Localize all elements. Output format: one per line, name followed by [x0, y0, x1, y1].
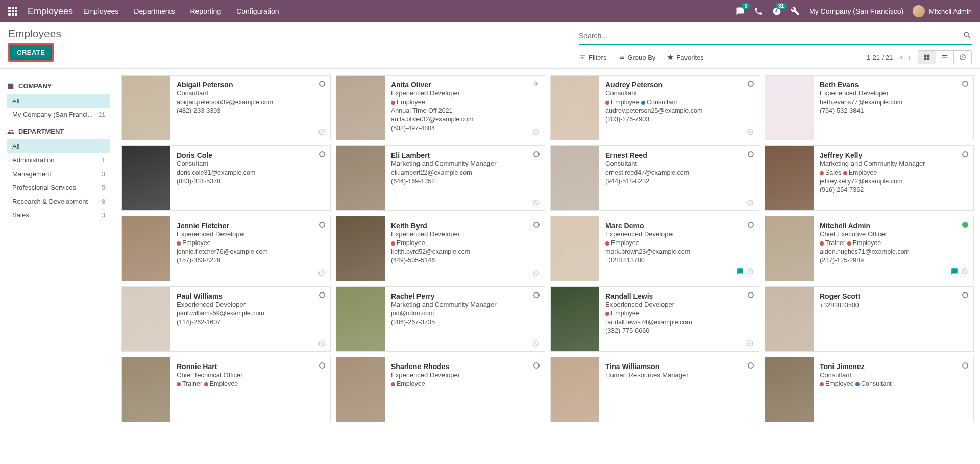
status-indicator-icon[interactable]: [748, 362, 754, 369]
employee-card[interactable]: Beth Evans Experienced Developer beth.ev…: [765, 75, 974, 140]
employee-card[interactable]: Doris Cole Consultant doris.cole31@examp…: [121, 145, 331, 211]
activity-clock-icon[interactable]: [318, 270, 325, 277]
employee-card[interactable]: Marc Demo Experienced Developer Employee…: [550, 216, 760, 281]
employee-email: audrey.peterson25@example.com: [605, 107, 753, 114]
employee-card[interactable]: Jennie Fletcher Experienced Developer Em…: [121, 216, 331, 281]
apps-menu-icon[interactable]: [8, 7, 17, 16]
sidebar-item-label: Research & Development: [12, 198, 88, 205]
status-indicator-icon[interactable]: [319, 222, 325, 228]
employee-card[interactable]: Abigail Peterson Consultant abigail.pete…: [121, 75, 331, 140]
phone-icon[interactable]: [754, 7, 763, 16]
sidebar-item-count: 1: [102, 157, 105, 164]
status-indicator-icon[interactable]: [319, 362, 325, 369]
employee-phone: (203)-276-7903: [605, 116, 753, 123]
activity-clock-icon[interactable]: [532, 270, 540, 277]
activity-clock-icon[interactable]: [318, 340, 325, 347]
employee-card[interactable]: Roger Scott +3282823500: [765, 286, 974, 352]
messages-icon[interactable]: 5: [736, 7, 745, 16]
employee-card[interactable]: Eli Lambert Marketing and Community Mana…: [336, 145, 545, 211]
status-indicator-icon[interactable]: [319, 81, 325, 87]
employee-card[interactable]: Mitchell Admin Chief Executive Officer T…: [765, 216, 974, 281]
search-input[interactable]: [579, 30, 963, 42]
employee-phone: (482)-233-3393: [177, 107, 324, 114]
nav-item-employees[interactable]: Employees: [83, 7, 118, 15]
status-indicator-icon[interactable]: [319, 292, 325, 298]
status-indicator-icon[interactable]: [748, 292, 754, 298]
message-icon[interactable]: [737, 268, 744, 277]
filters-button[interactable]: Filters: [579, 54, 606, 61]
employee-card[interactable]: Audrey Peterson Consultant Employee Cons…: [550, 75, 760, 140]
navbar-right: 5 31 My Company (San Francisco) Mitchell…: [736, 5, 972, 17]
status-indicator-icon[interactable]: [533, 222, 540, 228]
employee-card[interactable]: Paul Williams Experienced Developer paul…: [121, 286, 331, 352]
employee-card[interactable]: Ronnie Hart Chief Technical Officer Trai…: [121, 357, 331, 422]
employee-card[interactable]: Keith Byrd Experienced Developer Employe…: [336, 216, 545, 281]
sidebar-item-department[interactable]: Administration1: [7, 153, 110, 167]
sidebar-item-department[interactable]: Management3: [7, 167, 110, 181]
status-indicator-icon[interactable]: [319, 151, 325, 157]
nav-item-departments[interactable]: Departments: [134, 7, 175, 15]
employee-tags: Employee: [177, 239, 324, 247]
search-icon[interactable]: [963, 31, 972, 41]
sidebar-item-department[interactable]: Professional Services5: [7, 181, 110, 194]
status-indicator-icon[interactable]: [748, 222, 754, 228]
employee-card[interactable]: Sharlene Rhodes Experienced Developer Em…: [336, 357, 545, 422]
employee-card[interactable]: Randall Lewis Experienced Developer Empl…: [550, 286, 760, 352]
app-title[interactable]: Employees: [28, 6, 73, 17]
activity-clock-icon[interactable]: [747, 268, 754, 277]
status-indicator-icon[interactable]: [962, 362, 968, 369]
status-indicator-icon[interactable]: [962, 292, 968, 298]
employee-card[interactable]: Jeffrey Kelly Marketing and Community Ma…: [765, 145, 974, 211]
employee-phone: (883)-331-5378: [177, 178, 324, 185]
user-menu[interactable]: Mitchell Admin: [913, 5, 972, 17]
nav-item-configuration[interactable]: Configuration: [236, 7, 279, 15]
view-list-button[interactable]: [936, 51, 954, 64]
activity-clock-icon[interactable]: [532, 340, 540, 347]
employee-card[interactable]: Tina Williamson Human Resources Manager: [550, 357, 760, 422]
activity-clock-icon[interactable]: [532, 199, 540, 206]
view-kanban-button[interactable]: [918, 51, 936, 64]
sidebar-item-department[interactable]: All: [7, 139, 110, 153]
employee-tags: Employee: [391, 239, 538, 247]
status-indicator-icon[interactable]: [962, 222, 968, 228]
pager-next-icon[interactable]: ›: [908, 53, 911, 62]
employee-email: aiden.hughes71@example.com: [820, 248, 967, 255]
activity-clock-icon[interactable]: [961, 268, 968, 277]
search-bar: [579, 28, 972, 45]
tools-icon[interactable]: [791, 7, 800, 16]
status-indicator-icon[interactable]: [533, 292, 540, 298]
activity-clock-icon[interactable]: [747, 340, 754, 347]
create-button[interactable]: CREATE: [10, 45, 52, 60]
sidebar-item-department[interactable]: Research & Development8: [7, 194, 110, 208]
status-indicator-icon[interactable]: [962, 81, 968, 87]
sidebar-item-company[interactable]: My Company (San Franci...21: [7, 108, 110, 121]
sidebar-item-label: All: [12, 97, 19, 105]
employee-card[interactable]: Ernest Reed Consultant ernest.reed47@exa…: [550, 145, 760, 211]
nav-item-reporting[interactable]: Reporting: [190, 7, 221, 15]
activity-clock-icon[interactable]: 31: [772, 7, 781, 16]
view-activity-button[interactable]: [954, 51, 971, 64]
employee-title: Consultant: [177, 160, 324, 167]
groupby-button[interactable]: Group By: [618, 54, 655, 61]
activity-clock-icon[interactable]: [532, 129, 540, 136]
activity-clock-icon[interactable]: [747, 129, 754, 136]
status-indicator-icon[interactable]: [748, 81, 754, 87]
sidebar-item-count: 3: [102, 170, 105, 178]
sidebar-item-company[interactable]: All: [7, 94, 110, 108]
favorites-button[interactable]: Favorites: [667, 54, 703, 61]
activity-clock-icon[interactable]: [318, 129, 325, 136]
employee-card[interactable]: ✈ Anita Oliver Experienced Developer Emp…: [336, 75, 545, 140]
sidebar-item-count: 21: [99, 111, 105, 118]
sidebar-item-department[interactable]: Sales3: [7, 208, 110, 222]
status-indicator-icon[interactable]: [533, 362, 540, 369]
status-indicator-icon[interactable]: [748, 151, 754, 157]
status-indicator-icon[interactable]: [962, 151, 968, 157]
message-icon[interactable]: [951, 268, 958, 277]
pager-prev-icon[interactable]: ‹: [900, 53, 902, 62]
status-indicator-icon[interactable]: [533, 151, 540, 157]
employee-photo: [336, 287, 385, 351]
employee-card[interactable]: Rachel Perry Marketing and Community Man…: [336, 286, 545, 352]
employee-card[interactable]: Toni Jimenez Consultant Employee Consult…: [765, 357, 974, 422]
company-selector[interactable]: My Company (San Francisco): [809, 7, 903, 15]
activity-clock-icon[interactable]: [747, 199, 754, 206]
